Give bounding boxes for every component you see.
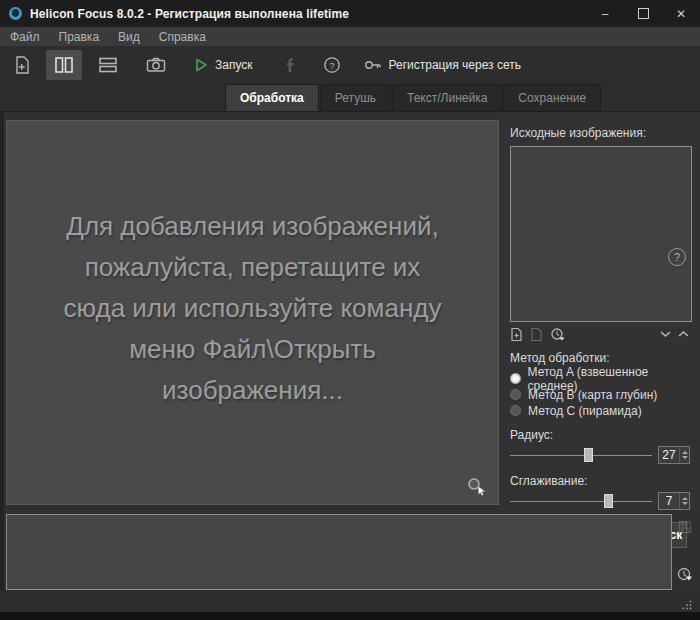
menu-view[interactable]: Вид <box>118 30 140 44</box>
camera-icon <box>145 55 167 75</box>
radius-value: 27 <box>659 448 679 462</box>
menu-help[interactable]: Справка <box>159 30 206 44</box>
help-button[interactable]: ? <box>316 50 348 80</box>
minimize-button[interactable]: – <box>586 0 624 27</box>
smoothing-value: 7 <box>659 494 679 508</box>
method-c-option[interactable]: Метод C (пирамида) <box>510 403 692 418</box>
export-down-icon[interactable] <box>676 566 694 587</box>
radius-stepper[interactable] <box>679 447 689 463</box>
step-down-icon[interactable] <box>682 502 688 505</box>
registration-label: Регистрация через сеть <box>389 58 521 72</box>
add-images-button[interactable] <box>6 50 38 80</box>
add-file-icon <box>13 55 31 75</box>
app-logo-icon <box>9 7 22 20</box>
step-up-icon[interactable] <box>682 497 688 500</box>
method-a-option[interactable]: Метод A (взвешенное среднее) <box>510 371 692 386</box>
chevron-up-icon[interactable] <box>677 329 690 339</box>
tab-strip: Обработка Ретушь Текст/Линейка Сохранени… <box>0 85 700 112</box>
method-title: Метод обработки: <box>510 351 692 365</box>
facebook-icon <box>283 56 297 74</box>
play-icon <box>193 57 209 73</box>
toolbar-run-button[interactable]: Запуск <box>186 50 260 80</box>
step-down-icon[interactable] <box>682 456 688 459</box>
window-controls: – ✕ <box>586 0 700 27</box>
status-strip <box>0 590 700 612</box>
title-bar: Helicon Focus 8.0.2 - Регистрация выполн… <box>0 0 700 27</box>
svg-text:?: ? <box>329 60 334 71</box>
magnifier-icon[interactable] <box>466 476 488 496</box>
smoothing-stepper[interactable] <box>679 493 689 509</box>
drop-hint-text: Для добавления изображений, пожалуйста, … <box>64 206 442 411</box>
smoothing-slider-row: 7 <box>510 492 692 510</box>
method-b-label: Метод B (карта глубин) <box>528 388 657 402</box>
key-icon <box>363 57 383 73</box>
smoothing-slider[interactable] <box>510 494 652 508</box>
radius-slider[interactable] <box>510 448 652 462</box>
smoothing-label: Сглаживание: <box>510 474 692 488</box>
menu-file[interactable]: Файл <box>10 30 40 44</box>
window-title: Helicon Focus 8.0.2 - Регистрация выполн… <box>30 7 349 21</box>
output-side-icons <box>676 514 698 590</box>
remove-file-icon[interactable] <box>530 327 543 342</box>
split-vertical-icon <box>53 55 75 75</box>
image-drop-zone[interactable]: Для добавления изображений, пожалуйста, … <box>6 120 499 505</box>
maximize-icon <box>638 8 649 19</box>
toolbar: Запуск ? Регистрация через сеть <box>0 46 700 85</box>
resize-grip-icon[interactable] <box>682 596 692 606</box>
source-images-list[interactable] <box>510 146 692 322</box>
maximize-button[interactable] <box>624 0 662 27</box>
split-horizontal-button[interactable] <box>90 50 126 80</box>
method-help-icon[interactable]: ? <box>668 248 686 266</box>
close-button[interactable]: ✕ <box>662 0 700 27</box>
right-panel: Исходные изображения: Метод обработки: М… <box>500 112 700 510</box>
facebook-button[interactable] <box>276 50 304 80</box>
method-c-label: Метод C (пирамида) <box>528 404 642 418</box>
chevron-down-icon[interactable] <box>659 329 672 339</box>
tab-text-ruler[interactable]: Текст/Линейка <box>392 84 502 111</box>
tab-processing[interactable]: Обработка <box>225 84 319 111</box>
menu-bar: Файл Правка Вид Справка <box>0 27 700 46</box>
add-file-icon[interactable] <box>510 327 523 342</box>
source-images-label: Исходные изображения: <box>510 126 692 140</box>
radio-method-c[interactable] <box>510 405 521 416</box>
split-horizontal-icon <box>97 55 119 75</box>
tab-retouch[interactable]: Ретушь <box>320 84 391 111</box>
smoothing-spinbox[interactable]: 7 <box>658 492 690 510</box>
output-list[interactable] <box>6 514 672 590</box>
toolbar-run-label: Запуск <box>215 58 253 72</box>
camera-button[interactable] <box>138 50 174 80</box>
radius-slider-thumb[interactable] <box>584 448 593 462</box>
radius-slider-row: 27 <box>510 446 692 464</box>
step-up-icon[interactable] <box>682 451 688 454</box>
list-toolbar <box>510 325 692 343</box>
split-vertical-button[interactable] <box>46 50 82 80</box>
question-icon: ? <box>323 56 341 74</box>
refresh-sort-icon[interactable] <box>550 327 566 342</box>
radius-label: Радиус: <box>510 428 692 442</box>
window-bottom-edge <box>0 612 700 620</box>
tab-save[interactable]: Сохранение <box>503 84 601 111</box>
radius-slider-track <box>510 455 652 456</box>
save-icon[interactable] <box>678 520 692 538</box>
radio-method-a[interactable] <box>510 373 521 384</box>
window-left-edge <box>0 112 4 590</box>
menu-edit[interactable]: Правка <box>59 30 100 44</box>
radius-spinbox[interactable]: 27 <box>658 446 690 464</box>
smoothing-slider-thumb[interactable] <box>604 494 613 508</box>
registration-button[interactable]: Регистрация через сеть <box>356 50 528 80</box>
radio-method-b[interactable] <box>510 389 521 400</box>
smoothing-slider-track <box>510 501 652 502</box>
